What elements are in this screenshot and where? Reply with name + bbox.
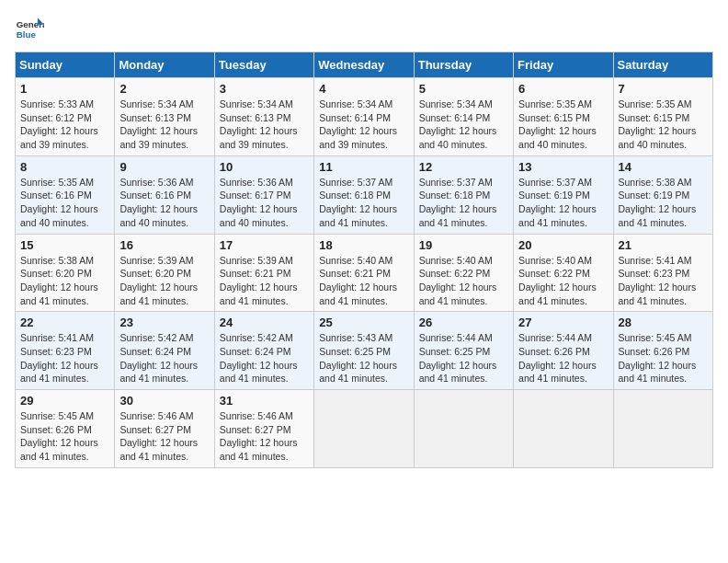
calendar-cell: 7 Sunrise: 5:35 AMSunset: 6:15 PMDayligh… bbox=[613, 78, 712, 156]
weekday-header: Sunday bbox=[16, 52, 115, 78]
day-info: Sunrise: 5:38 AMSunset: 6:19 PMDaylight:… bbox=[619, 177, 697, 228]
weekday-header: Saturday bbox=[613, 52, 712, 78]
day-info: Sunrise: 5:34 AMSunset: 6:14 PMDaylight:… bbox=[319, 98, 397, 150]
day-info: Sunrise: 5:35 AMSunset: 6:16 PMDaylight:… bbox=[20, 177, 98, 228]
calendar-week-row: 29 Sunrise: 5:45 AMSunset: 6:26 PMDaylig… bbox=[16, 390, 713, 468]
calendar-cell: 23 Sunrise: 5:42 AMSunset: 6:24 PMDaylig… bbox=[115, 312, 214, 390]
page-header: General Blue bbox=[15, 15, 713, 44]
day-info: Sunrise: 5:40 AMSunset: 6:22 PMDaylight:… bbox=[518, 255, 597, 306]
calendar-header-row: SundayMondayTuesdayWednesdayThursdayFrid… bbox=[16, 52, 713, 78]
calendar-cell: 4 Sunrise: 5:34 AMSunset: 6:14 PMDayligh… bbox=[314, 78, 414, 156]
calendar-cell bbox=[514, 390, 613, 468]
day-number: 23 bbox=[119, 316, 209, 329]
day-number: 13 bbox=[518, 160, 608, 174]
day-number: 16 bbox=[119, 238, 209, 252]
calendar-cell: 30 Sunrise: 5:46 AMSunset: 6:27 PMDaylig… bbox=[115, 390, 214, 468]
day-info: Sunrise: 5:41 AMSunset: 6:23 PMDaylight:… bbox=[20, 332, 98, 384]
day-info: Sunrise: 5:33 AMSunset: 6:12 PMDaylight:… bbox=[20, 98, 98, 150]
calendar-cell: 22 Sunrise: 5:41 AMSunset: 6:23 PMDaylig… bbox=[16, 312, 115, 390]
day-number: 4 bbox=[319, 82, 408, 96]
calendar-cell: 18 Sunrise: 5:40 AMSunset: 6:21 PMDaylig… bbox=[314, 234, 414, 312]
day-number: 2 bbox=[119, 82, 209, 96]
day-info: Sunrise: 5:34 AMSunset: 6:13 PMDaylight:… bbox=[119, 98, 198, 150]
calendar-cell: 2 Sunrise: 5:34 AMSunset: 6:13 PMDayligh… bbox=[115, 78, 214, 156]
day-number: 29 bbox=[20, 394, 109, 408]
weekday-header: Wednesday bbox=[314, 52, 414, 78]
calendar-cell: 9 Sunrise: 5:36 AMSunset: 6:16 PMDayligh… bbox=[115, 155, 214, 234]
day-number: 18 bbox=[319, 238, 408, 252]
day-number: 24 bbox=[220, 316, 309, 329]
day-number: 15 bbox=[20, 238, 109, 252]
calendar-week-row: 22 Sunrise: 5:41 AMSunset: 6:23 PMDaylig… bbox=[16, 312, 713, 390]
day-number: 8 bbox=[20, 160, 109, 174]
day-number: 11 bbox=[319, 160, 408, 174]
day-number: 5 bbox=[419, 82, 508, 96]
calendar-cell bbox=[314, 390, 414, 468]
day-number: 21 bbox=[619, 238, 708, 252]
day-info: Sunrise: 5:43 AMSunset: 6:25 PMDaylight:… bbox=[319, 332, 397, 384]
calendar-cell: 12 Sunrise: 5:37 AMSunset: 6:18 PMDaylig… bbox=[414, 155, 513, 234]
day-info: Sunrise: 5:45 AMSunset: 6:26 PMDaylight:… bbox=[619, 332, 697, 384]
day-info: Sunrise: 5:42 AMSunset: 6:24 PMDaylight:… bbox=[220, 332, 298, 384]
calendar-cell: 3 Sunrise: 5:34 AMSunset: 6:13 PMDayligh… bbox=[214, 78, 313, 156]
day-info: Sunrise: 5:35 AMSunset: 6:15 PMDaylight:… bbox=[619, 98, 697, 150]
calendar-cell: 14 Sunrise: 5:38 AMSunset: 6:19 PMDaylig… bbox=[613, 155, 712, 234]
day-number: 25 bbox=[319, 316, 408, 329]
calendar-cell: 10 Sunrise: 5:36 AMSunset: 6:17 PMDaylig… bbox=[214, 155, 313, 234]
calendar-cell: 21 Sunrise: 5:41 AMSunset: 6:23 PMDaylig… bbox=[613, 234, 712, 312]
day-number: 22 bbox=[20, 316, 109, 329]
weekday-header: Tuesday bbox=[214, 52, 313, 78]
calendar-cell: 1 Sunrise: 5:33 AMSunset: 6:12 PMDayligh… bbox=[16, 78, 115, 156]
day-info: Sunrise: 5:38 AMSunset: 6:20 PMDaylight:… bbox=[20, 255, 98, 306]
day-number: 1 bbox=[20, 82, 109, 96]
calendar-cell: 17 Sunrise: 5:39 AMSunset: 6:21 PMDaylig… bbox=[214, 234, 313, 312]
calendar-cell: 5 Sunrise: 5:34 AMSunset: 6:14 PMDayligh… bbox=[414, 78, 513, 156]
calendar-week-row: 1 Sunrise: 5:33 AMSunset: 6:12 PMDayligh… bbox=[16, 78, 713, 156]
day-info: Sunrise: 5:37 AMSunset: 6:19 PMDaylight:… bbox=[518, 177, 597, 228]
day-info: Sunrise: 5:40 AMSunset: 6:21 PMDaylight:… bbox=[319, 255, 397, 306]
calendar-cell: 15 Sunrise: 5:38 AMSunset: 6:20 PMDaylig… bbox=[16, 234, 115, 312]
calendar-cell bbox=[613, 390, 712, 468]
day-info: Sunrise: 5:36 AMSunset: 6:17 PMDaylight:… bbox=[220, 177, 298, 228]
day-info: Sunrise: 5:42 AMSunset: 6:24 PMDaylight:… bbox=[119, 332, 198, 384]
calendar-cell: 16 Sunrise: 5:39 AMSunset: 6:20 PMDaylig… bbox=[115, 234, 214, 312]
day-info: Sunrise: 5:41 AMSunset: 6:23 PMDaylight:… bbox=[619, 255, 697, 306]
day-number: 3 bbox=[220, 82, 309, 96]
day-info: Sunrise: 5:40 AMSunset: 6:22 PMDaylight:… bbox=[419, 255, 497, 306]
day-info: Sunrise: 5:39 AMSunset: 6:20 PMDaylight:… bbox=[119, 255, 198, 306]
day-info: Sunrise: 5:44 AMSunset: 6:25 PMDaylight:… bbox=[419, 332, 497, 384]
day-number: 6 bbox=[518, 82, 608, 96]
calendar-cell: 28 Sunrise: 5:45 AMSunset: 6:26 PMDaylig… bbox=[613, 312, 712, 390]
calendar-cell: 11 Sunrise: 5:37 AMSunset: 6:18 PMDaylig… bbox=[314, 155, 414, 234]
calendar-cell: 19 Sunrise: 5:40 AMSunset: 6:22 PMDaylig… bbox=[414, 234, 513, 312]
day-info: Sunrise: 5:35 AMSunset: 6:15 PMDaylight:… bbox=[518, 98, 597, 150]
calendar-cell bbox=[414, 390, 513, 468]
day-info: Sunrise: 5:39 AMSunset: 6:21 PMDaylight:… bbox=[220, 255, 298, 306]
day-info: Sunrise: 5:46 AMSunset: 6:27 PMDaylight:… bbox=[119, 410, 198, 462]
calendar-cell: 13 Sunrise: 5:37 AMSunset: 6:19 PMDaylig… bbox=[514, 155, 613, 234]
calendar-cell: 20 Sunrise: 5:40 AMSunset: 6:22 PMDaylig… bbox=[514, 234, 613, 312]
svg-text:Blue: Blue bbox=[17, 29, 37, 40]
day-info: Sunrise: 5:34 AMSunset: 6:13 PMDaylight:… bbox=[220, 98, 298, 150]
calendar-cell: 25 Sunrise: 5:43 AMSunset: 6:25 PMDaylig… bbox=[314, 312, 414, 390]
calendar-cell: 27 Sunrise: 5:44 AMSunset: 6:26 PMDaylig… bbox=[514, 312, 613, 390]
day-number: 26 bbox=[419, 316, 508, 329]
weekday-header: Friday bbox=[514, 52, 613, 78]
day-number: 17 bbox=[220, 238, 309, 252]
calendar-cell: 24 Sunrise: 5:42 AMSunset: 6:24 PMDaylig… bbox=[214, 312, 313, 390]
day-info: Sunrise: 5:37 AMSunset: 6:18 PMDaylight:… bbox=[319, 177, 397, 228]
logo: General Blue bbox=[15, 15, 44, 44]
day-number: 28 bbox=[619, 316, 708, 329]
day-info: Sunrise: 5:46 AMSunset: 6:27 PMDaylight:… bbox=[220, 410, 298, 462]
day-info: Sunrise: 5:36 AMSunset: 6:16 PMDaylight:… bbox=[119, 177, 198, 228]
calendar-week-row: 15 Sunrise: 5:38 AMSunset: 6:20 PMDaylig… bbox=[16, 234, 713, 312]
day-number: 27 bbox=[518, 316, 608, 329]
day-number: 14 bbox=[619, 160, 708, 174]
day-number: 7 bbox=[619, 82, 708, 96]
weekday-header: Thursday bbox=[414, 52, 513, 78]
calendar-cell: 29 Sunrise: 5:45 AMSunset: 6:26 PMDaylig… bbox=[16, 390, 115, 468]
day-number: 30 bbox=[119, 394, 209, 408]
logo-icon: General Blue bbox=[15, 15, 44, 44]
day-number: 9 bbox=[119, 160, 209, 174]
weekday-header: Monday bbox=[115, 52, 214, 78]
